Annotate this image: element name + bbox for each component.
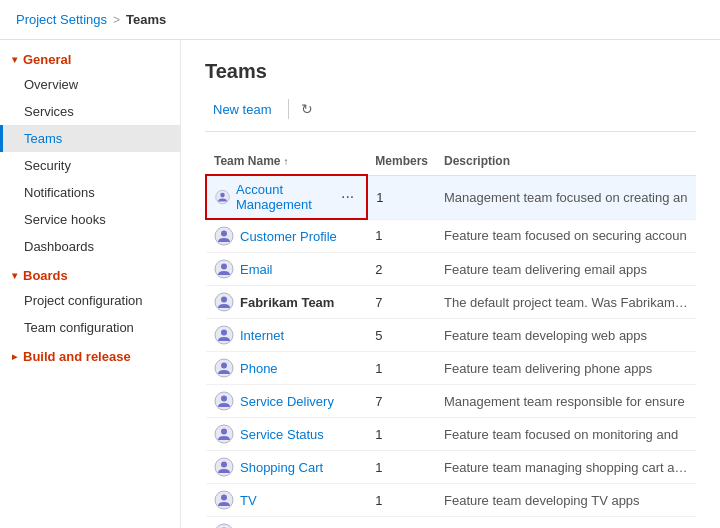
sidebar-section-boards[interactable]: ▾Boards: [0, 260, 180, 287]
new-team-button[interactable]: New team: [205, 98, 280, 121]
team-description: Feature team focused on monitoring and: [436, 418, 696, 451]
content-area: Teams New team ↻ Team Name↑MembersDescri…: [181, 40, 720, 528]
team-avatar-icon: [214, 523, 234, 528]
table-row[interactable]: Customer Profile1Feature team focused on…: [206, 219, 696, 253]
team-name[interactable]: Service Delivery: [240, 394, 334, 409]
col-header-members: Members: [367, 148, 436, 175]
col-header-name[interactable]: Team Name↑: [206, 148, 367, 175]
team-name-cell: TV: [206, 484, 367, 517]
team-name[interactable]: Customer Profile: [240, 229, 337, 244]
team-name-cell: Service Delivery: [206, 385, 367, 418]
svg-point-7: [221, 297, 227, 303]
team-name[interactable]: Internet: [240, 328, 284, 343]
team-description: Feature team developing TV apps: [436, 484, 696, 517]
chevron-icon: ▾: [12, 270, 17, 281]
sidebar-item-overview[interactable]: Overview: [0, 71, 180, 98]
team-avatar-icon: [214, 259, 234, 279]
teams-table: Team Name↑MembersDescription Account Man…: [205, 148, 696, 528]
team-name-cell: Shopping Cart: [206, 451, 367, 484]
sidebar-section-general[interactable]: ▾General: [0, 44, 180, 71]
team-description: Management team responsible for ensure: [436, 385, 696, 418]
team-members-count: 7: [367, 385, 436, 418]
team-avatar-icon: [214, 391, 234, 411]
team-description: The default project team. Was Fabrikam F…: [436, 286, 696, 319]
team-avatar-icon: [214, 226, 234, 246]
toolbar: New team ↻: [205, 97, 696, 132]
sidebar-item-teams[interactable]: Teams: [0, 125, 180, 152]
team-description: Feature team delivering phone apps: [436, 352, 696, 385]
svg-point-11: [221, 363, 227, 369]
svg-point-9: [221, 330, 227, 336]
top-bar: Project Settings > Teams: [0, 0, 720, 40]
team-members-count: 2: [367, 253, 436, 286]
team-members-count: 1: [367, 451, 436, 484]
team-name[interactable]: Account Management: [236, 182, 331, 212]
toolbar-divider: [288, 99, 289, 119]
col-header-description: Description: [436, 148, 696, 175]
sidebar-section-label: Boards: [23, 268, 68, 283]
team-name[interactable]: Shopping Cart: [240, 460, 323, 475]
team-description: Feature team focused on voice communic: [436, 517, 696, 529]
sidebar-item-dashboards[interactable]: Dashboards: [0, 233, 180, 260]
team-name-cell: Service Status: [206, 418, 367, 451]
team-description: Management team focused on creating an: [436, 175, 696, 219]
svg-point-15: [221, 429, 227, 435]
team-description: Feature team developing web apps: [436, 319, 696, 352]
page-title: Teams: [205, 60, 696, 83]
breadcrumb-separator: >: [113, 13, 120, 27]
refresh-icon[interactable]: ↻: [297, 97, 317, 121]
team-name[interactable]: Fabrikam Team: [240, 295, 334, 310]
sidebar-item-project-configuration[interactable]: Project configuration: [0, 287, 180, 314]
team-name[interactable]: Service Status: [240, 427, 324, 442]
sidebar: ▾GeneralOverviewServicesTeamsSecurityNot…: [0, 40, 181, 528]
team-name-cell: Customer Profile: [206, 219, 367, 253]
chevron-icon: ▾: [12, 54, 17, 65]
team-members-count: 1: [367, 219, 436, 253]
sidebar-section-label: Build and release: [23, 349, 131, 364]
sidebar-item-notifications[interactable]: Notifications: [0, 179, 180, 206]
sidebar-section-build-and-release[interactable]: ▸Build and release: [0, 341, 180, 368]
team-members-count: 1: [367, 418, 436, 451]
team-name-cell: Internet: [206, 319, 367, 352]
team-members-count: 1: [367, 484, 436, 517]
team-avatar-icon: [214, 325, 234, 345]
team-avatar-icon: [214, 457, 234, 477]
team-name[interactable]: Email: [240, 262, 273, 277]
breadcrumb: Project Settings > Teams: [16, 12, 166, 27]
sidebar-item-team-configuration[interactable]: Team configuration: [0, 314, 180, 341]
team-description: Feature team managing shopping cart app: [436, 451, 696, 484]
breadcrumb-current: Teams: [126, 12, 166, 27]
team-avatar-icon: [214, 358, 234, 378]
sidebar-section-label: General: [23, 52, 71, 67]
chevron-icon: ▸: [12, 351, 17, 362]
table-row[interactable]: Service Status1Feature team focused on m…: [206, 418, 696, 451]
team-avatar-icon: [214, 490, 234, 510]
svg-point-17: [221, 462, 227, 468]
table-row[interactable]: Email2Feature team delivering email apps: [206, 253, 696, 286]
sort-arrow: ↑: [283, 156, 288, 167]
sidebar-item-service-hooks[interactable]: Service hooks: [0, 206, 180, 233]
team-avatar-icon: [214, 424, 234, 444]
sidebar-item-services[interactable]: Services: [0, 98, 180, 125]
team-name[interactable]: TV: [240, 493, 257, 508]
table-row[interactable]: Phone1Feature team delivering phone apps: [206, 352, 696, 385]
table-row[interactable]: Fabrikam Team7The default project team. …: [206, 286, 696, 319]
team-name-cell: Account Management···: [206, 175, 367, 219]
team-name-cell: Voice: [206, 517, 367, 529]
team-members-count: 5: [367, 319, 436, 352]
table-row[interactable]: Service Delivery7Management team respons…: [206, 385, 696, 418]
table-row[interactable]: Shopping Cart1Feature team managing shop…: [206, 451, 696, 484]
breadcrumb-parent[interactable]: Project Settings: [16, 12, 107, 27]
sidebar-item-security[interactable]: Security: [0, 152, 180, 179]
team-name[interactable]: Phone: [240, 361, 278, 376]
team-name-cell: Phone: [206, 352, 367, 385]
table-row[interactable]: Account Management···1Management team fo…: [206, 175, 696, 219]
more-actions-button[interactable]: ···: [337, 188, 358, 206]
team-members-count: 1: [367, 352, 436, 385]
table-row[interactable]: TV1Feature team developing TV apps: [206, 484, 696, 517]
team-members-count: 1: [367, 175, 436, 219]
team-name-cell: Email: [206, 253, 367, 286]
table-row[interactable]: Internet5Feature team developing web app…: [206, 319, 696, 352]
svg-point-1: [220, 193, 225, 198]
table-row[interactable]: Voice1Feature team focused on voice comm…: [206, 517, 696, 529]
